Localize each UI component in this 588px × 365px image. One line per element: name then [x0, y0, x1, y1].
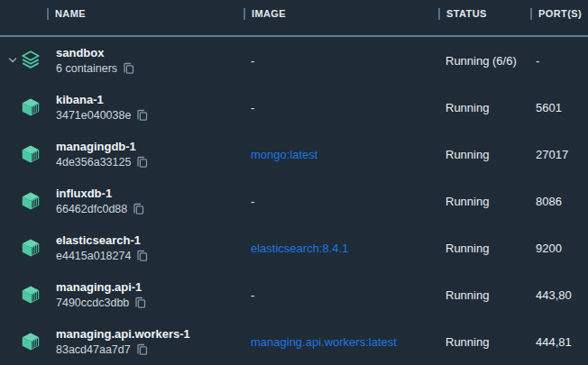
image-text: -	[251, 195, 254, 208]
ports-text: -	[536, 54, 539, 68]
container-name: managing.api.workers-1	[56, 327, 251, 341]
copy-icon[interactable]	[134, 297, 146, 309]
ports-cell: -	[530, 54, 588, 68]
container-sub: e4415a018274	[56, 250, 131, 262]
name-cell: sandbox 6 containers	[56, 46, 251, 75]
ports-cell: 27017	[530, 148, 588, 161]
ports-text: 5601	[536, 101, 562, 114]
container-sub: 7490ccdc3dbb	[56, 297, 129, 309]
containers-table: NAME IMAGE STATUS PORT(S)	[0, 0, 588, 365]
container-name: managing.api-1	[56, 280, 251, 294]
copy-icon[interactable]	[136, 156, 148, 169]
column-divider	[47, 8, 49, 20]
image-cell: -	[251, 288, 438, 302]
status-cell: Running	[438, 242, 530, 255]
image-cell: mongo:latest	[251, 148, 438, 161]
status-cell: Running	[438, 335, 530, 349]
column-header-status[interactable]: STATUS	[438, 0, 530, 35]
status-text: Running	[446, 148, 489, 161]
container-icon	[20, 331, 41, 352]
ports-text: 27017	[536, 148, 568, 161]
name-cell: kibana-1 3471e040038e	[56, 93, 251, 122]
status-text: Running (6/6)	[446, 54, 517, 68]
container-sub: 3471e040038e	[56, 109, 131, 122]
copy-icon[interactable]	[123, 62, 134, 75]
column-header-ports-label: PORT(S)	[538, 8, 582, 20]
column-divider	[243, 8, 245, 20]
expander-cell	[0, 143, 56, 165]
image-text: -	[251, 54, 254, 68]
name-cell: elasticsearch-1 e4415a018274	[56, 233, 251, 262]
image-link[interactable]: managing.api.workers:latest	[251, 335, 397, 349]
table-row[interactable]: managingdb-1 4de356a33125 mongo:latest R…	[0, 131, 588, 178]
status-cell: Running	[438, 288, 530, 302]
status-text: Running	[446, 101, 489, 114]
stack-icon	[20, 50, 41, 71]
table-row[interactable]: elasticsearch-1 e4415a018274 elasticsear…	[0, 224, 588, 271]
container-name: influxdb-1	[56, 187, 251, 200]
container-sub: 4de356a33125	[56, 156, 131, 169]
image-link[interactable]: mongo:latest	[251, 148, 317, 161]
image-cell: elasticsearch:8.4.1	[251, 242, 438, 255]
status-text: Running	[446, 195, 489, 208]
table-row[interactable]: influxdb-1 66462dfc0d88 - Running	[0, 178, 588, 224]
copy-icon[interactable]	[136, 343, 148, 356]
name-cell: influxdb-1 66462dfc0d88	[56, 187, 251, 215]
expander-cell	[0, 190, 56, 212]
column-divider	[530, 8, 532, 20]
container-icon	[20, 237, 41, 259]
status-cell: Running (6/6)	[438, 54, 530, 68]
ports-cell: 5601	[530, 101, 588, 114]
container-icon	[20, 190, 41, 212]
container-icon	[20, 96, 41, 118]
name-cell: managing.api-1 7490ccdc3dbb	[56, 280, 251, 309]
column-header-name-label: NAME	[55, 8, 86, 20]
table-row[interactable]: kibana-1 3471e040038e - Running	[0, 84, 588, 131]
table-row[interactable]: managing.api-1 7490ccdc3dbb - Running	[0, 271, 588, 318]
copy-icon[interactable]	[136, 250, 148, 262]
status-text: Running	[446, 335, 489, 349]
image-text: -	[251, 288, 254, 302]
image-cell: -	[251, 101, 438, 114]
table-body: sandbox 6 containers - Running (6/6)	[0, 37, 588, 365]
expander-cell	[0, 96, 56, 118]
ports-cell: 9200	[530, 242, 588, 255]
container-sub: 66462dfc0d88	[56, 203, 127, 215]
ports-cell: 444,81	[530, 335, 588, 349]
expander-cell	[0, 50, 56, 71]
header-spacer	[0, 0, 47, 35]
status-text: Running	[446, 288, 489, 302]
chevron-down-icon[interactable]	[8, 57, 17, 64]
container-name: sandbox	[56, 46, 251, 59]
column-divider	[438, 8, 440, 20]
column-header-image[interactable]: IMAGE	[243, 0, 438, 35]
status-cell: Running	[438, 195, 530, 208]
copy-icon[interactable]	[133, 203, 144, 215]
status-cell: Running	[438, 148, 530, 161]
ports-text: 8086	[536, 195, 562, 208]
column-header-name[interactable]: NAME	[47, 0, 243, 35]
container-icon	[20, 143, 41, 165]
image-link[interactable]: elasticsearch:8.4.1	[251, 242, 348, 255]
image-cell: managing.api.workers:latest	[251, 335, 438, 349]
container-name: managingdb-1	[56, 140, 251, 153]
expander-cell	[0, 331, 56, 352]
expander-cell	[0, 237, 56, 259]
expander-cell	[0, 284, 56, 306]
ports-text: 443,80	[536, 288, 572, 302]
column-header-ports[interactable]: PORT(S)	[530, 0, 588, 35]
copy-icon[interactable]	[136, 109, 148, 122]
container-icon	[20, 284, 41, 306]
table-header: NAME IMAGE STATUS PORT(S)	[0, 0, 588, 37]
image-cell: -	[251, 54, 438, 68]
column-header-status-label: STATUS	[446, 8, 487, 20]
name-cell: managing.api.workers-1 83acd47aa7d7	[56, 327, 251, 356]
ports-cell: 443,80	[530, 288, 588, 302]
container-name: elasticsearch-1	[56, 233, 251, 247]
table-row[interactable]: sandbox 6 containers - Running (6/6)	[0, 37, 588, 84]
name-cell: managingdb-1 4de356a33125	[56, 140, 251, 169]
table-row[interactable]: managing.api.workers-1 83acd47aa7d7 mana…	[0, 318, 588, 365]
container-sub: 83acd47aa7d7	[56, 343, 131, 356]
ports-text: 444,81	[536, 335, 572, 349]
container-name: kibana-1	[56, 93, 251, 106]
